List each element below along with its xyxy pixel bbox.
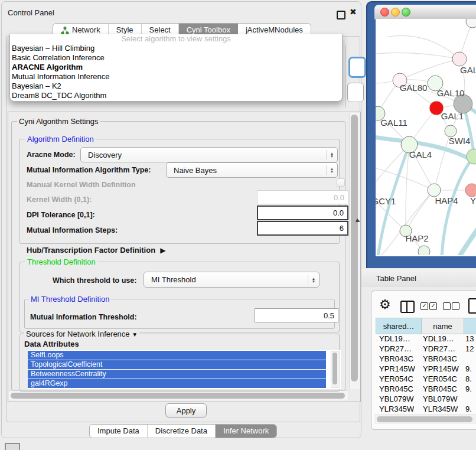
apply-button[interactable]: Apply: [165, 403, 207, 418]
algorithm-option[interactable]: Basic Correlation Inference: [10, 53, 342, 63]
mi-type-combo[interactable]: Naive Bayes ▲▼: [166, 162, 338, 178]
which-threshold-combo[interactable]: MI Threshold ▲▼: [144, 272, 319, 288]
table-cell: 9.: [465, 384, 472, 394]
document-icon[interactable]: [468, 298, 476, 314]
network-edge[interactable]: [376, 167, 434, 190]
hidden-group-border: [345, 45, 345, 107]
manual-kernel-checkbox[interactable]: [337, 178, 345, 187]
columns-icon[interactable]: [400, 301, 415, 313]
minimized-panel-icon[interactable]: [5, 443, 20, 450]
table-row[interactable]: YBR043CYBR043C: [376, 354, 476, 364]
aracne-mode-combo[interactable]: Discovery ▲▼: [80, 147, 338, 162]
tab-impute-data[interactable]: Impute Data: [90, 425, 148, 438]
table-cell: YLR345W: [379, 404, 414, 414]
algorithm-option[interactable]: ARACNE Algorithm: [10, 63, 342, 72]
mi-threshold-label: Mutual Information Threshold:: [30, 313, 137, 321]
network-node[interactable]: [452, 52, 467, 66]
group-title: Algorithm Definition: [25, 135, 96, 144]
mi-steps-field[interactable]: 6: [257, 221, 348, 236]
table-row[interactable]: YPR145WYPR145W9.: [376, 364, 476, 374]
network-edge[interactable]: [376, 145, 409, 192]
table-cell: YBL079W: [379, 394, 414, 404]
attribute-list-item[interactable]: TopologicalCoefficient: [28, 360, 326, 370]
table-cell: YDR27…: [379, 344, 412, 354]
kernel-width-label: Kernel Width (0,1):: [27, 195, 92, 204]
algorithm-option[interactable]: Bayesian – Hill Climbing: [10, 44, 342, 53]
network-node[interactable]: [428, 184, 441, 197]
hub-definition-label: Hub/Transcription Factor Definition: [27, 246, 155, 255]
table-row[interactable]: YER054CYER054C8.: [376, 374, 476, 384]
dpi-tolerance-field[interactable]: 0.0: [257, 206, 348, 220]
mi-threshold-field[interactable]: 0.5: [255, 308, 338, 322]
table-cell: YBR045C: [379, 384, 413, 394]
combo-value: Naive Bayes: [167, 166, 326, 175]
select-all-checkbox-icon[interactable]: ✓: [429, 302, 437, 310]
column-header-shared-name[interactable]: shared…: [376, 318, 422, 334]
network-node[interactable]: [465, 184, 476, 197]
group-title: Cyni Algorithm Settings: [17, 117, 100, 126]
deselect-all-checkbox-icon[interactable]: [443, 302, 451, 310]
combo-fragment[interactable]: [347, 83, 364, 102]
network-node[interactable]: [466, 19, 476, 28]
scrollbar-thumb[interactable]: [351, 115, 358, 381]
algorithm-option[interactable]: Dream8 DC_TDC Algorithm: [10, 91, 342, 100]
network-edge[interactable]: [376, 53, 459, 59]
scrollbar-thumb[interactable]: [11, 393, 345, 399]
table-row[interactable]: YDL19…YDL19…13: [376, 334, 476, 344]
network-node[interactable]: [445, 125, 457, 137]
algorithm-option[interactable]: Bayesian – K2: [10, 81, 342, 91]
network-node-label: SWI4: [449, 136, 471, 146]
combo-value: MI Threshold: [144, 275, 308, 284]
network-edge[interactable]: [387, 35, 459, 59]
list-scrollbar[interactable]: [331, 351, 340, 388]
attribute-list-item[interactable]: SelfLoops: [28, 351, 326, 360]
kernel-width-field[interactable]: 0.0: [257, 190, 348, 204]
network-edge[interactable]: [406, 190, 434, 231]
table-horizontal-scrollbar[interactable]: [374, 415, 476, 424]
deselect-all-checkbox-icon[interactable]: [452, 302, 459, 310]
scrollbar-thumb[interactable]: [332, 353, 337, 384]
network-window-titlebar[interactable]: [374, 5, 476, 19]
table-row[interactable]: YBR045CYBR045C9.: [376, 384, 476, 394]
data-attributes-list[interactable]: SelfLoopsTopologicalCoefficientBetweenne…: [28, 350, 341, 389]
attribute-list-item[interactable]: BetweennessCentrality: [28, 370, 326, 379]
scrollbar-thumb[interactable]: [377, 416, 472, 422]
hub-definition-expander[interactable]: Hub/Transcription Factor Definition▶: [27, 246, 165, 255]
network-window: GAL80GAL10GAL1GAL11SWI4GAL4GCY1HAP4HAP2G…: [366, 1, 476, 268]
column-header-name[interactable]: name: [421, 318, 464, 334]
algorithm-option[interactable]: Mutual Information Inference: [10, 72, 342, 81]
sources-expander[interactable]: Sources for Network Inference ▼: [24, 330, 139, 338]
float-panel-icon[interactable]: [337, 11, 345, 19]
bottom-tabs: Impute Data Discretize Data Infer Networ…: [89, 424, 277, 438]
network-edge[interactable]: [456, 221, 476, 255]
tab-discretize-data[interactable]: Discretize Data: [148, 425, 216, 438]
column-header-cut[interactable]: [464, 318, 476, 334]
table-cell: YER054C: [379, 374, 413, 384]
select-all-checkbox-icon[interactable]: ✓: [420, 302, 428, 310]
table-cell: YDL19…: [379, 334, 410, 344]
tab-infer-network[interactable]: Infer Network: [216, 425, 276, 438]
table-cell: YDL19…: [423, 334, 454, 344]
gear-icon[interactable]: ⚙: [379, 297, 391, 312]
vertical-scrollbar[interactable]: [349, 113, 360, 389]
horizontal-scrollbar[interactable]: [9, 390, 348, 400]
algorithm-dropdown: Select algorithm to view settings Bayesi…: [9, 34, 343, 102]
mi-steps-label: Mutual Information Steps:: [27, 226, 118, 234]
network-node[interactable]: [467, 149, 476, 164]
close-traffic-light-icon[interactable]: [380, 8, 389, 17]
tab-label: Discretize Data: [155, 425, 207, 438]
close-icon[interactable]: ✖: [350, 7, 357, 17]
network-canvas[interactable]: GAL80GAL10GAL1GAL11SWI4GAL4GCY1HAP4HAP2G…: [376, 19, 476, 256]
combo-arrows-icon: ▲▼: [326, 165, 337, 175]
table-row[interactable]: YLR345WYLR345W9.: [376, 404, 476, 414]
table-row[interactable]: YBL079WYBL079W: [376, 394, 476, 404]
focused-combo-fragment[interactable]: [348, 57, 366, 78]
network-node-label: GAL1: [441, 111, 464, 121]
network-edge[interactable]: [400, 59, 459, 80]
zoom-traffic-light-icon[interactable]: [402, 8, 410, 17]
table-cell: 13: [465, 334, 474, 344]
network-node[interactable]: [418, 246, 430, 255]
attribute-list-item[interactable]: gal4RGexp: [28, 379, 326, 389]
minimize-traffic-light-icon[interactable]: [391, 8, 400, 17]
table-row[interactable]: YDR27…YDR27…12: [376, 344, 476, 354]
